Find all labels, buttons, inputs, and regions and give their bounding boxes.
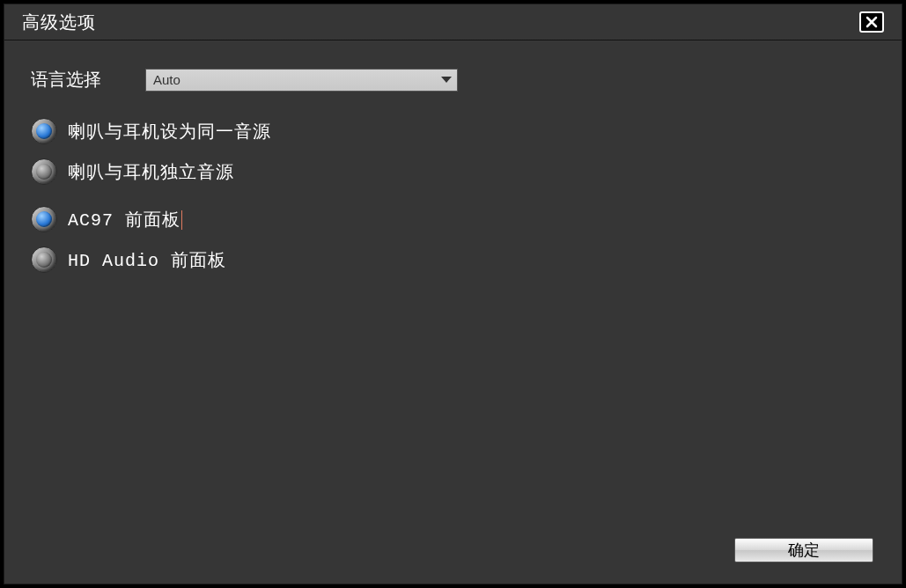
- radio-icon: [31, 246, 57, 273]
- radio-hd-audio-panel[interactable]: HD Audio 前面板: [31, 246, 875, 273]
- radio-selected-icon: [36, 123, 52, 139]
- advanced-options-dialog: 高级选项 语言选择 Auto 喇叭与耳机设为同一音源: [4, 4, 902, 584]
- radio-icon: [31, 158, 57, 185]
- radio-selected-icon: [36, 211, 52, 227]
- ok-button[interactable]: 确定: [734, 538, 873, 562]
- radio-label: 喇叭与耳机设为同一音源: [68, 120, 271, 143]
- radio-unselected-icon: [36, 252, 52, 268]
- content-area: 语言选择 Auto 喇叭与耳机设为同一音源 喇叭与耳机独立音源: [4, 41, 902, 273]
- chevron-down-icon: [441, 77, 452, 83]
- radio-icon: [31, 118, 57, 144]
- radio-independent-audio-source[interactable]: 喇叭与耳机独立音源: [31, 158, 875, 185]
- radio-label: 喇叭与耳机独立音源: [68, 160, 234, 184]
- titlebar: 高级选项: [4, 4, 902, 40]
- language-dropdown[interactable]: Auto: [145, 69, 458, 92]
- language-label: 语言选择: [31, 68, 145, 92]
- language-row: 语言选择 Auto: [31, 68, 875, 92]
- radio-same-audio-source[interactable]: 喇叭与耳机设为同一音源: [31, 118, 875, 144]
- front-panel-group: AC97 前面板 HD Audio 前面板: [31, 206, 875, 273]
- dialog-title: 高级选项: [22, 11, 96, 34]
- close-icon: [865, 16, 878, 28]
- radio-label: AC97 前面板: [68, 208, 182, 232]
- radio-icon: [31, 206, 57, 232]
- text-cursor: [181, 210, 182, 230]
- radio-unselected-icon: [36, 164, 52, 180]
- radio-ac97-panel[interactable]: AC97 前面板: [31, 206, 875, 232]
- radio-label: HD Audio 前面板: [68, 248, 226, 272]
- language-selected-value: Auto: [153, 72, 180, 87]
- audio-source-group: 喇叭与耳机设为同一音源 喇叭与耳机独立音源: [31, 118, 875, 185]
- close-button[interactable]: [859, 11, 884, 33]
